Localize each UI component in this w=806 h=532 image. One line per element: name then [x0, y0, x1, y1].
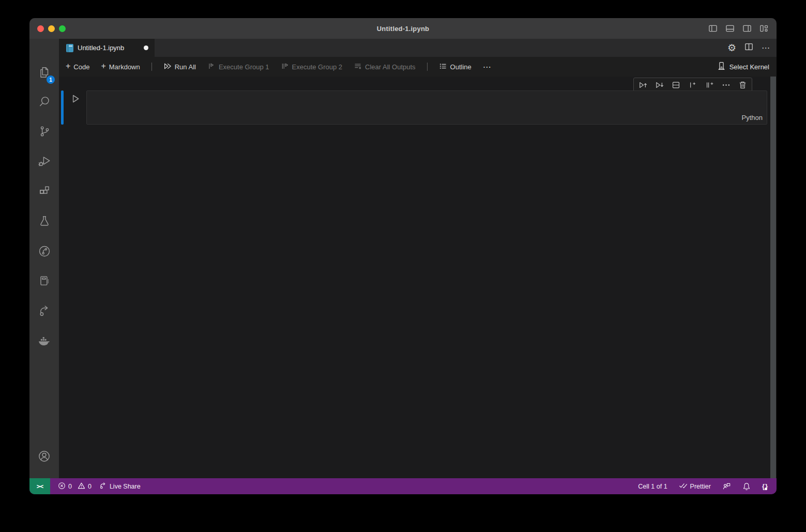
error-count: 0 — [68, 483, 72, 490]
code-cell-editor[interactable]: Python — [86, 90, 767, 125]
vscode-window: Untitled-1.ipynb 1 — [29, 18, 777, 494]
cell-language-picker[interactable]: Python — [742, 114, 763, 121]
warning-count: 0 — [88, 483, 92, 490]
warnings-icon — [78, 482, 85, 491]
run-all-icon — [163, 62, 172, 72]
gitlens-icon[interactable] — [29, 239, 59, 264]
customize-layout-icon[interactable] — [759, 24, 769, 33]
execute-group-1-icon — [207, 62, 216, 72]
explorer-icon[interactable]: 1 — [29, 60, 59, 85]
problems-indicator[interactable]: 0 0 — [58, 482, 92, 491]
search-icon[interactable] — [29, 89, 59, 114]
delete-cell-icon[interactable] — [738, 81, 747, 92]
toolbar-separator — [151, 63, 152, 71]
selected-cell-indicator — [61, 90, 64, 125]
remote-indicator[interactable]: >< — [29, 478, 50, 494]
clear-all-outputs-button[interactable]: Clear All Outputs — [354, 62, 416, 72]
close-window-button[interactable] — [37, 25, 44, 32]
add-to-group-1-icon[interactable] — [688, 81, 697, 92]
execute-above-icon[interactable] — [638, 81, 647, 92]
notebook-toolbar: + Code + Markdown Run All — [59, 57, 777, 77]
cell-more-actions-icon[interactable] — [722, 81, 731, 92]
tab-bar: Untitled-1.ipynb ⚙ ⋯ — [59, 39, 777, 57]
execute-group-2-button[interactable]: Execute Group 2 — [281, 62, 343, 72]
outline-button[interactable]: Outline — [439, 62, 472, 72]
tab-untitled-1-ipynb[interactable]: Untitled-1.ipynb — [59, 39, 155, 57]
outline-list-icon — [439, 62, 447, 72]
zoom-window-button[interactable] — [59, 25, 66, 32]
toggle-secondary-sidebar-icon[interactable] — [742, 24, 752, 33]
notebook-settings-gear-icon[interactable]: ⚙ — [727, 43, 736, 53]
extensions-icon[interactable] — [29, 179, 59, 204]
notebook-file-icon — [66, 44, 73, 52]
minimize-window-button[interactable] — [48, 25, 55, 32]
unsaved-changes-dot[interactable] — [144, 45, 148, 50]
split-editor-icon[interactable] — [744, 42, 753, 53]
run-cell-button[interactable] — [70, 94, 81, 106]
toggle-primary-sidebar-icon[interactable] — [708, 24, 718, 33]
editor-scrollbar[interactable] — [770, 77, 776, 478]
remote-icon: >< — [37, 483, 43, 490]
add-to-group-2-icon[interactable] — [705, 81, 714, 92]
plus-icon: + — [66, 62, 70, 70]
toolbar-more-actions-button[interactable]: ⋯ — [483, 62, 492, 72]
execute-group-2-icon — [281, 62, 289, 72]
explorer-badge: 1 — [47, 75, 55, 84]
toolbar-separator — [427, 63, 428, 71]
title-bar: Untitled-1.ipynb — [29, 18, 777, 39]
traffic-lights — [37, 25, 66, 32]
editor-more-actions-icon[interactable]: ⋯ — [762, 43, 770, 53]
errors-icon — [58, 482, 66, 491]
execute-group-1-button[interactable]: Execute Group 1 — [207, 62, 269, 72]
run-and-debug-icon[interactable] — [29, 149, 59, 174]
status-bar: >< 0 0 Live Share Cell 1 of 1 — [29, 478, 777, 494]
plus-icon: + — [101, 62, 105, 70]
source-control-icon[interactable] — [29, 119, 59, 144]
braces-dot-icon[interactable]: {} — [762, 482, 768, 490]
notifications-bell-icon[interactable] — [742, 482, 751, 491]
clear-all-outputs-icon — [354, 62, 362, 72]
select-kernel-button[interactable]: Select Kernel — [717, 62, 777, 72]
live-share-status-icon — [99, 482, 107, 491]
window-title: Untitled-1.ipynb — [377, 25, 429, 33]
live-share-status[interactable]: Live Share — [99, 482, 141, 491]
cell-position-indicator[interactable]: Cell 1 of 1 — [638, 483, 667, 490]
testing-beaker-icon[interactable] — [29, 209, 59, 234]
kernel-icon — [717, 62, 726, 72]
toggle-panel-icon[interactable] — [725, 24, 735, 33]
double-check-icon — [679, 482, 688, 491]
live-share-icon[interactable] — [29, 298, 59, 323]
formatter-status[interactable]: Prettier — [679, 482, 711, 491]
docker-icon[interactable] — [29, 328, 59, 353]
editor-area: Untitled-1.ipynb ⚙ ⋯ + Code — [59, 39, 777, 478]
split-cell-icon[interactable] — [672, 81, 680, 92]
add-code-cell-button[interactable]: + Code — [66, 63, 89, 71]
run-all-button[interactable]: Run All — [163, 62, 196, 72]
feedback-icon[interactable] — [722, 482, 731, 491]
accounts-icon[interactable] — [29, 444, 59, 468]
execute-cell-and-below-icon[interactable] — [655, 81, 664, 92]
jupyter-notebook-icon[interactable] — [29, 268, 59, 293]
notebook-body: Python — [59, 77, 777, 478]
add-markdown-cell-button[interactable]: + Markdown — [101, 63, 140, 71]
activity-bar: 1 — [29, 39, 59, 478]
tab-label: Untitled-1.ipynb — [78, 44, 124, 52]
